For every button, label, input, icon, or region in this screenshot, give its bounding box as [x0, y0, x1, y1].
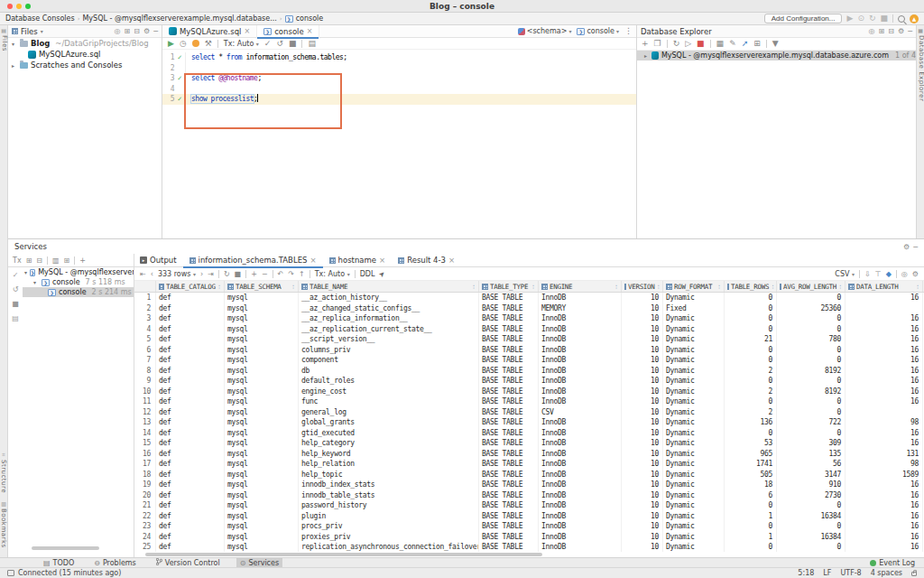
export-icon[interactable]: ⇩	[864, 270, 871, 278]
close-tab-icon[interactable]: ×	[307, 27, 313, 35]
table-cell[interactable]: 10	[622, 480, 663, 490]
table-cell[interactable]: def	[156, 313, 225, 324]
soft-wrap-icon[interactable]: ▤	[12, 314, 19, 322]
table-cell[interactable]: 10	[622, 532, 663, 543]
sort-indicator-icon[interactable]: ∶	[472, 283, 476, 291]
table-cell[interactable]: BASE TABLE	[479, 417, 539, 428]
event-log-button[interactable]: Event Log	[870, 559, 915, 567]
column-header[interactable]: VERSION∶	[622, 281, 663, 292]
row-number-cell[interactable]: 21	[134, 500, 156, 511]
encoding[interactable]: UTF-8	[840, 569, 861, 577]
table-cell[interactable]: InnoDB	[539, 293, 622, 303]
table-cell[interactable]: BASE TABLE	[479, 345, 539, 356]
table-cell[interactable]: Dynamic	[663, 459, 725, 470]
table-cell[interactable]: InnoDB	[539, 500, 622, 511]
execute-button[interactable]: ▶	[168, 39, 174, 48]
table-cell[interactable]: BASE TABLE	[479, 303, 539, 314]
table-cell[interactable]: 16	[845, 490, 923, 501]
bookmarks-icon[interactable]: ▥	[0, 500, 7, 507]
line-ending[interactable]: LF	[823, 569, 831, 577]
table-cell[interactable]: BASE TABLE	[479, 313, 539, 324]
table-cell[interactable]: 10	[622, 324, 663, 335]
table-cell[interactable]: 0	[725, 396, 777, 407]
table-cell[interactable]: Dynamic	[663, 324, 725, 335]
table-cell[interactable]: Dynamic	[663, 438, 725, 449]
row-number-cell[interactable]: 24	[134, 532, 156, 543]
table-cell[interactable]: 1589	[845, 470, 923, 480]
table-cell[interactable]: 16	[845, 387, 923, 397]
table-cell[interactable]: 10	[622, 313, 663, 324]
row-number-cell[interactable]: 5	[134, 334, 156, 345]
diagram-icon[interactable]: ➚	[742, 40, 749, 48]
column-header[interactable]: TABLE_CATALOG∶	[156, 281, 225, 292]
table-cell[interactable]: InnoDB	[539, 480, 622, 490]
tree-item-sql-file[interactable]: MySQLAzure.sql	[8, 49, 162, 60]
table-cell[interactable]: InnoDB	[539, 542, 622, 552]
table-cell[interactable]: 21	[725, 334, 777, 345]
row-number-cell[interactable]: 12	[134, 407, 156, 418]
table-cell[interactable]: mysql	[225, 293, 299, 303]
table-cell[interactable]: 10	[622, 396, 663, 407]
table-cell[interactable]: 10	[622, 428, 663, 439]
redo-icon[interactable]: ↷	[288, 270, 294, 278]
table-cell[interactable]: mysql	[225, 428, 299, 439]
expand-arrow-icon[interactable]: ▾	[12, 41, 17, 47]
run-icon[interactable]: ▶	[846, 14, 853, 23]
table-cell[interactable]: def	[156, 417, 225, 428]
table-cell[interactable]: 0	[777, 355, 845, 366]
table-cell[interactable]: __az_changed_static_configs__	[299, 303, 479, 314]
toolwindow-services[interactable]: ⊙Services	[236, 558, 282, 568]
hide-panel-icon[interactable]: ─	[913, 243, 918, 251]
table-cell[interactable]: Dynamic	[663, 396, 725, 407]
table-row[interactable]: 2defmysql__az_changed_static_configs__BA…	[134, 303, 924, 314]
sort-indicator-icon[interactable]: ∶	[614, 283, 618, 291]
table-cell[interactable]: BASE TABLE	[479, 521, 539, 532]
collapse-arrow-icon[interactable]: ▸	[644, 52, 649, 59]
table-cell[interactable]: 10	[622, 407, 663, 418]
table-cell[interactable]: mysql	[225, 511, 299, 522]
table-cell[interactable]: 2730	[777, 490, 845, 501]
table-cell[interactable]: mysql	[225, 521, 299, 532]
table-cell[interactable]: InnoDB	[539, 511, 622, 522]
table-cell[interactable]: def	[156, 366, 225, 377]
row-number-cell[interactable]: 16	[134, 449, 156, 460]
table-row[interactable]: 15defmysqlhelp_categoryBASE TABLEInnoDB1…	[134, 438, 924, 449]
toolwindow-problems[interactable]: ⊖Problems	[90, 558, 140, 568]
table-cell[interactable]: 10	[622, 490, 663, 501]
table-cell[interactable]: BASE TABLE	[479, 407, 539, 418]
table-cell[interactable]: mysql	[225, 396, 299, 407]
tree-item-project-root[interactable]: ▾ Blog ~/DataGripProjects/Blog	[8, 38, 162, 49]
table-cell[interactable]: 0	[777, 324, 845, 335]
table-cell[interactable]: 0	[725, 313, 777, 324]
table-cell[interactable]: BASE TABLE	[479, 449, 539, 460]
sort-indicator-icon[interactable]: ∶	[771, 283, 774, 291]
duplicate-icon[interactable]: ❐	[654, 40, 661, 48]
rollback-icon[interactable]: ↺	[276, 40, 283, 48]
tree-item-connection[interactable]: ▾ ❯ MySQL - @mysqlflexserverexample	[23, 267, 134, 277]
table-cell[interactable]: 722	[777, 417, 845, 428]
table-cell[interactable]: 16	[845, 355, 923, 366]
table-cell[interactable]: 10	[622, 417, 663, 428]
row-number-cell[interactable]: 14	[134, 428, 156, 439]
table-cell[interactable]: 18	[725, 480, 777, 490]
window-icon[interactable]: ⊞	[753, 40, 761, 48]
table-cell[interactable]: BASE TABLE	[479, 470, 539, 480]
table-cell[interactable]: def	[156, 459, 225, 470]
database-toolwindow-icon[interactable]: ▦	[917, 27, 924, 33]
add-datasource-icon[interactable]: +	[642, 40, 649, 48]
table-cell[interactable]: Fixed	[663, 303, 725, 314]
table-cell[interactable]: 10	[622, 542, 663, 552]
column-header[interactable]: ROW_FORMAT∶	[663, 281, 725, 292]
table-cell[interactable]: Dynamic	[663, 428, 725, 439]
table-cell[interactable]: help_topic	[299, 470, 479, 480]
table-cell[interactable]: 0	[725, 500, 777, 511]
tx-filter-icon[interactable]: Tx	[13, 256, 22, 265]
table-cell[interactable]: BASE TABLE	[479, 438, 539, 449]
table-cell[interactable]: 0	[777, 428, 845, 439]
filter-icon[interactable]: ▼	[772, 40, 779, 48]
table-cell[interactable]: MEMORY	[539, 303, 622, 314]
code-line[interactable]: 1✓select * from information_schema.table…	[162, 52, 636, 63]
table-cell[interactable]: global_grants	[299, 417, 479, 428]
table-cell[interactable]: default_roles	[299, 376, 479, 387]
table-cell[interactable]: Dynamic	[663, 511, 725, 522]
